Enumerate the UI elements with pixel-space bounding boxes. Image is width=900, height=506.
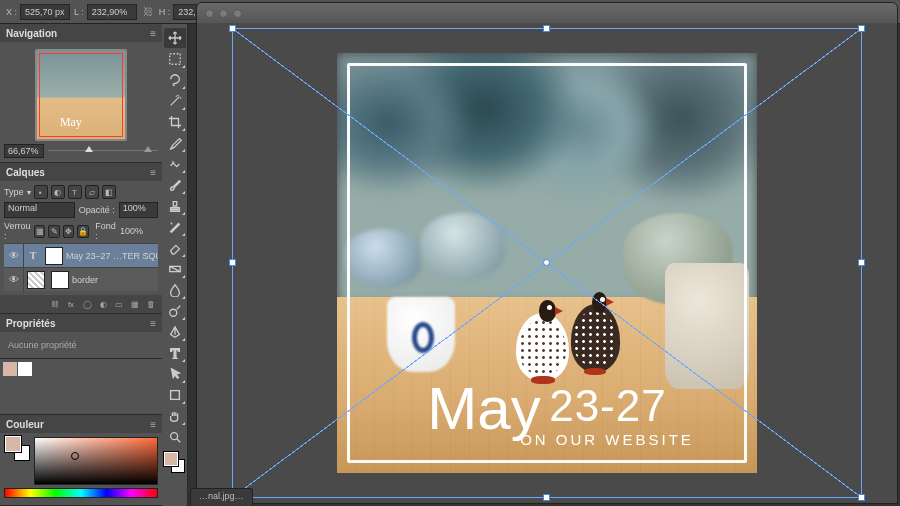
stamp-tool[interactable]: [164, 196, 186, 216]
visibility-icon[interactable]: 👁: [4, 268, 24, 292]
layer-row-border[interactable]: 👁 border: [4, 267, 158, 291]
layers-header[interactable]: Calques ≡: [0, 163, 162, 181]
fg-color-swatch[interactable]: [5, 436, 21, 452]
adjustment-icon[interactable]: ◐: [96, 298, 110, 310]
brush-tool[interactable]: [164, 175, 186, 195]
color-field[interactable]: [34, 437, 158, 485]
transform-handle[interactable]: [229, 25, 236, 32]
opacity-label: Opacité :: [79, 205, 115, 215]
hue-slider[interactable]: [4, 488, 158, 498]
move-tool[interactable]: [164, 28, 186, 48]
visibility-icon[interactable]: 👁: [4, 244, 24, 268]
path-select-tool[interactable]: [164, 364, 186, 384]
blend-mode-select[interactable]: Normal: [4, 202, 75, 218]
type-tool[interactable]: [164, 343, 186, 363]
tools-toolbar: [162, 24, 188, 506]
window-titlebar[interactable]: [197, 3, 897, 23]
layers-footer: ⛓ fx ◯ ◐ ▭ ▦ 🗑: [0, 295, 162, 313]
navigator-thumbnail[interactable]: May: [35, 49, 127, 141]
properties-title: Propriétés: [6, 318, 55, 329]
filter-adjust-icon[interactable]: ◐: [51, 185, 65, 199]
zoom-value[interactable]: 66,67%: [4, 144, 44, 158]
navigation-title: Navigation: [6, 28, 57, 39]
navigation-panel: Navigation ≡ May 66,67%: [0, 24, 162, 163]
dodge-tool[interactable]: [164, 301, 186, 321]
navigation-header[interactable]: Navigation ≡: [0, 24, 162, 42]
lock-transparent-icon[interactable]: ▦: [34, 225, 45, 238]
transform-handle[interactable]: [858, 259, 865, 266]
color-cursor-icon: [71, 452, 79, 460]
filter-shape-icon[interactable]: ▱: [85, 185, 99, 199]
panel-menu-icon[interactable]: ≡: [150, 318, 156, 329]
color-header[interactable]: Couleur ≡: [0, 415, 162, 433]
lock-label: Verrou :: [4, 221, 31, 241]
opacity-value[interactable]: 100%: [119, 202, 158, 218]
document-window: May 23-27 ON OUR WEBSITE: [196, 2, 898, 504]
panel-menu-icon[interactable]: ≡: [150, 28, 156, 39]
gradient-tool[interactable]: [164, 259, 186, 279]
marquee-tool[interactable]: [164, 49, 186, 69]
crop-tool[interactable]: [164, 112, 186, 132]
transform-handle[interactable]: [858, 25, 865, 32]
transform-handle[interactable]: [229, 259, 236, 266]
link-icon[interactable]: ⛓: [143, 6, 153, 17]
transform-center-icon[interactable]: [543, 259, 550, 266]
new-layer-icon[interactable]: ▦: [128, 298, 142, 310]
svg-point-2: [169, 309, 176, 316]
lock-move-icon[interactable]: ✥: [63, 225, 74, 238]
hand-tool[interactable]: [164, 406, 186, 426]
filter-smart-icon[interactable]: ◧: [102, 185, 116, 199]
blur-tool[interactable]: [164, 280, 186, 300]
link-layers-icon[interactable]: ⛓: [48, 298, 62, 310]
properties-panel: Propriétés ≡ Aucune propriété: [0, 314, 162, 359]
layers-title: Calques: [6, 167, 45, 178]
filter-pixel-icon[interactable]: ▪: [34, 185, 48, 199]
pen-tool[interactable]: [164, 322, 186, 342]
lock-all-icon[interactable]: 🔒: [77, 225, 89, 238]
swatch[interactable]: [18, 362, 32, 376]
color-title: Couleur: [6, 419, 44, 430]
fg-color-swatch[interactable]: [164, 452, 178, 466]
swatches-strip: [0, 359, 162, 415]
shape-tool[interactable]: [164, 385, 186, 405]
filter-type-icon[interactable]: T: [68, 185, 82, 199]
trash-icon[interactable]: 🗑: [144, 298, 158, 310]
width-field: L : 232,90%: [74, 4, 137, 20]
navigator-zoom: 66,67%: [4, 144, 158, 158]
layer-name[interactable]: border: [72, 275, 158, 285]
eyedropper-tool[interactable]: [164, 133, 186, 153]
transform-bbox[interactable]: [232, 28, 862, 498]
transform-handle[interactable]: [543, 494, 550, 501]
layer-row-text[interactable]: 👁 T May 23–27 …TER SQUARE: [4, 243, 158, 267]
document-tab[interactable]: …nal.jpg…: [190, 488, 253, 506]
zoom-slider[interactable]: [48, 148, 158, 154]
fill-value[interactable]: 100%: [120, 226, 158, 236]
canvas-area[interactable]: May 23-27 ON OUR WEBSITE: [197, 23, 897, 503]
wand-tool[interactable]: [164, 91, 186, 111]
zoom-tool[interactable]: [164, 427, 186, 447]
x-value[interactable]: 525,70 px: [20, 4, 70, 20]
layer-filter-row: Type ▾ ▪ ◐ T ▱ ◧: [4, 185, 158, 199]
fx-icon[interactable]: fx: [64, 298, 78, 310]
w-value[interactable]: 232,90%: [87, 4, 137, 20]
history-brush-tool[interactable]: [164, 217, 186, 237]
layer-name[interactable]: May 23–27 …TER SQUARE: [66, 251, 158, 261]
toolbar-colors[interactable]: [164, 452, 186, 480]
lasso-tool[interactable]: [164, 70, 186, 90]
panel-menu-icon[interactable]: ≡: [150, 167, 156, 178]
group-icon[interactable]: ▭: [112, 298, 126, 310]
heal-tool[interactable]: [164, 154, 186, 174]
traffic-lights[interactable]: [205, 9, 242, 18]
eraser-tool[interactable]: [164, 238, 186, 258]
fg-bg-swatches[interactable]: [5, 436, 31, 462]
swatch[interactable]: [3, 362, 17, 376]
transform-handle[interactable]: [543, 25, 550, 32]
fill-label: Fond :: [95, 221, 117, 241]
panel-menu-icon[interactable]: ≡: [150, 419, 156, 430]
w-label: L :: [74, 7, 84, 17]
transform-handle[interactable]: [858, 494, 865, 501]
mask-icon[interactable]: ◯: [80, 298, 94, 310]
properties-header[interactable]: Propriétés ≡: [0, 314, 162, 332]
lock-paint-icon[interactable]: ✎: [48, 225, 59, 238]
svg-rect-0: [169, 54, 180, 65]
